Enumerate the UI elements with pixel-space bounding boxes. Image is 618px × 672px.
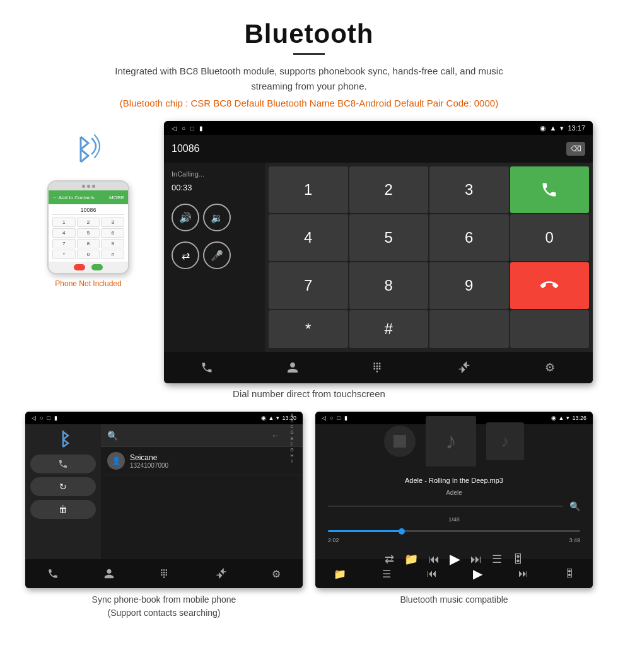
dialer-btn-row-1: 🔊 🔉 — [172, 204, 257, 231]
music-prev-btn[interactable]: ⏮ — [428, 553, 440, 566]
music-nav-prev[interactable]: ⏮ — [427, 568, 437, 579]
nav-keypad-icon[interactable] — [366, 355, 391, 380]
pb-nav-calls[interactable] — [47, 568, 59, 579]
phone-top-bar — [49, 182, 128, 190]
nav-transfer-icon[interactable] — [452, 355, 477, 380]
delete-button[interactable]: ⌫ — [566, 142, 585, 156]
key-4[interactable]: 4 — [269, 214, 348, 261]
phone-dots — [82, 185, 95, 188]
key-empty — [429, 310, 509, 348]
music-nav-folder[interactable]: 📁 — [334, 568, 346, 580]
nav-contacts-icon[interactable] — [280, 355, 305, 380]
music-screenshot-item: ◁ ○ □ ▮ ◉ ▲ ▾ 13:26 — [315, 412, 593, 620]
transfer-button[interactable]: ⇄ — [172, 241, 199, 269]
music-search-icon[interactable]: 🔍 — [569, 501, 580, 511]
middle-section: ← Add to Contacts MORE 10086 1 2 3 4 5 6… — [25, 121, 593, 383]
status-right: ◉ ▲ ▾ 13:17 — [540, 124, 585, 132]
phonebook-caption: Sync phone-book from mobile phone (Suppo… — [25, 593, 303, 620]
key-1[interactable]: 1 — [269, 166, 348, 213]
key-call-green[interactable] — [510, 166, 590, 213]
dialer-caption: Dial number direct from touchscreen — [25, 388, 593, 399]
music-progress-area — [322, 530, 586, 532]
key-5[interactable]: 5 — [349, 214, 429, 261]
phone-key-0: 0 — [77, 250, 100, 259]
key-3[interactable]: 3 — [429, 166, 509, 213]
phone-key-2: 2 — [77, 217, 100, 227]
music-nav-play[interactable]: ▶ — [473, 566, 482, 581]
pb-nav-transfer[interactable] — [216, 568, 227, 579]
phone-bottom-bar — [49, 262, 128, 273]
key-call-red[interactable] — [510, 262, 590, 309]
dialer-input-bar: 10086 ⌫ — [164, 135, 593, 163]
pb-contact-item[interactable]: 👤 Seicane 13241007000 — [101, 447, 303, 475]
key-2[interactable]: 2 — [349, 166, 429, 213]
music-screen: ◁ ○ □ ▮ ◉ ▲ ▾ 13:26 — [315, 412, 593, 588]
dialer-screen: ◁ ○ □ ▮ ◉ ▲ ▾ 13:17 10086 ⌫ — [164, 121, 593, 383]
music-time-total: 3:49 — [569, 537, 580, 543]
key-0[interactable]: 0 — [510, 214, 590, 261]
pb-search-icon: 🔍 — [107, 431, 118, 441]
dialer-timer: 00:33 — [172, 183, 257, 192]
music-play-btn[interactable]: ▶ — [450, 551, 460, 567]
pb-call-btn[interactable] — [30, 455, 96, 473]
music-content: ♪ ♪ Adele - Rolling In the Deep.mp3 Adel… — [315, 424, 593, 559]
dialer-input-number: 10086 — [172, 143, 560, 154]
key-7[interactable]: 7 — [269, 262, 348, 309]
music-progress-dot — [399, 528, 405, 535]
key-hash[interactable]: # — [349, 310, 429, 348]
phone-more-label: MORE — [109, 195, 124, 200]
music-location-icon: ◉ — [551, 415, 556, 421]
description-text: Integrated with BC8 Bluetooth module, su… — [95, 64, 523, 94]
key-9[interactable]: 9 — [429, 262, 509, 309]
music-track-name: Adele - Rolling In the Deep.mp3 — [405, 477, 503, 484]
phone-key-3: 3 — [101, 217, 124, 227]
dialer-content: InCalling... 00:33 🔊 🔉 ⇄ 🎤 1 2 3 — [164, 163, 593, 352]
phonebook-caption-line1: Sync phone-book from mobile phone — [92, 594, 236, 605]
music-progress-bar[interactable] — [328, 530, 580, 532]
volume-down-button[interactable]: 🔉 — [203, 204, 231, 231]
pb-content: ↻ 🗑 🔍 ← * A B C — [25, 424, 303, 559]
pb-nav-contacts[interactable] — [103, 568, 115, 579]
music-next-btn[interactable]: ⏭ — [470, 553, 482, 566]
pb-sidebar: ↻ 🗑 — [25, 424, 101, 559]
pb-delete-btn[interactable]: 🗑 — [30, 500, 96, 519]
phonebook-caption-line2: (Support contacts searching) — [108, 608, 221, 618]
music-nav-next[interactable]: ⏭ — [518, 568, 528, 579]
music-nav-list[interactable]: ☰ — [382, 568, 391, 580]
pb-nav-settings[interactable]: ⚙ — [272, 568, 281, 580]
phone-green-label: ← Add to Contacts — [52, 195, 95, 200]
phone-container: ← Add to Contacts MORE 10086 1 2 3 4 5 6… — [25, 121, 151, 288]
pb-sync-btn[interactable]: ↻ — [30, 477, 96, 496]
phonebook-screen: ◁ ○ □ ▮ ◉ ▲ ▾ 13:20 — [25, 412, 303, 588]
music-album-row: ♪ ♪ — [384, 416, 524, 466]
key-6[interactable]: 6 — [429, 214, 509, 261]
music-eq-btn[interactable]: 🎛 — [512, 553, 523, 566]
volume-up-button[interactable]: 🔊 — [172, 204, 199, 231]
music-home-icon: ○ — [330, 415, 333, 421]
key-empty2 — [510, 310, 590, 348]
music-time-row: 2:02 3:49 — [322, 537, 586, 543]
music-time-current: 2:02 — [328, 537, 339, 543]
nav-calls-icon[interactable] — [194, 355, 219, 380]
phone-keypad: 1 2 3 4 5 6 7 8 9 * 0 # — [52, 217, 124, 259]
phone-body: 10086 1 2 3 4 5 6 7 8 9 * 0 # — [49, 204, 128, 262]
music-list-btn[interactable]: ☰ — [492, 552, 502, 566]
pb-location-icon: ◉ — [261, 415, 266, 421]
phone-key-star: * — [52, 250, 76, 259]
title-divider — [293, 53, 325, 55]
music-folder-btn[interactable]: 📁 — [404, 552, 418, 566]
highlight-text: (Bluetooth chip : CSR BC8 Default Blueto… — [25, 98, 593, 108]
key-star[interactable]: * — [269, 310, 348, 348]
mute-button[interactable]: 🎤 — [203, 241, 231, 269]
music-track-count: 1/48 — [448, 516, 460, 523]
header-section: Bluetooth Integrated with BC8 Bluetooth … — [25, 19, 593, 108]
phone-not-included-label: Phone Not Included — [55, 279, 121, 288]
nav-settings-icon[interactable]: ⚙ — [537, 355, 563, 380]
pb-nav-keypad[interactable] — [160, 568, 171, 579]
key-8[interactable]: 8 — [349, 262, 429, 309]
music-nav-eq[interactable]: 🎛 — [564, 568, 574, 579]
music-shuffle-btn[interactable]: ⇄ — [385, 552, 394, 566]
music-caption: Bluetooth music compatible — [315, 593, 593, 606]
pb-back-arrow: ← — [272, 432, 279, 439]
pb-contact-number: 13241007000 — [130, 462, 296, 469]
